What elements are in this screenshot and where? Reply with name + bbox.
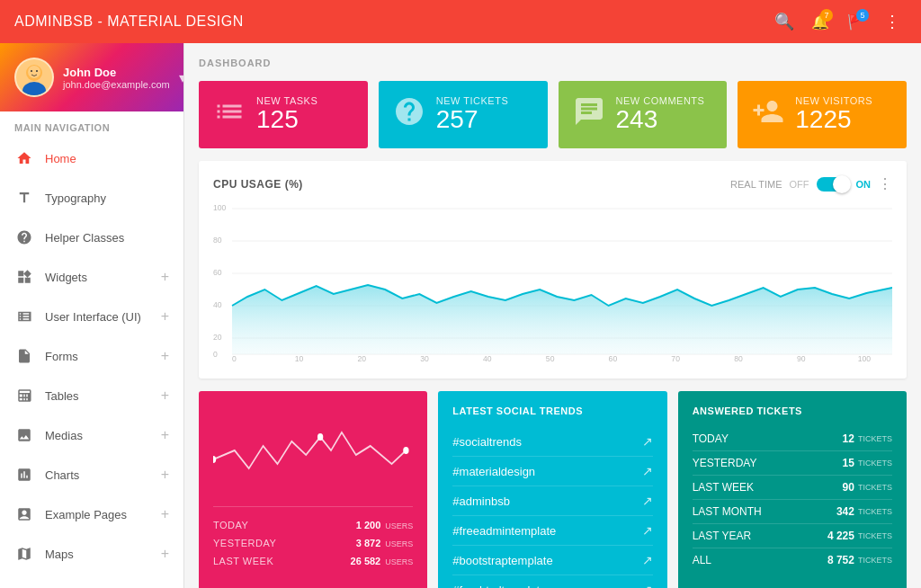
search-button[interactable]: 🔍 (770, 7, 799, 36)
social-tag-1: #materialdesign (452, 465, 641, 478)
svg-point-4 (36, 70, 38, 72)
dashboard-title: DASHBOARD (199, 58, 907, 68)
home-label: Home (45, 152, 169, 165)
answered-tickets-card: ANSWERED TICKETS TODAY 12 TICKETS YESTER… (678, 391, 907, 588)
tables-expand-icon[interactable]: + (161, 388, 169, 404)
social-item-2[interactable]: #adminbsb ↗ (452, 486, 652, 516)
toggle-knob (833, 175, 851, 193)
chart-more-button[interactable]: ⋮ (878, 175, 892, 192)
svg-point-29 (213, 456, 216, 463)
social-item-5[interactable]: #freehtmltemplate ↗ (452, 575, 652, 588)
sidebar-item-widgets[interactable]: Widgets + (0, 257, 183, 297)
ticket-value-2: 90 (843, 481, 854, 494)
sidebar-item-home[interactable]: Home (0, 138, 183, 178)
flag-badge: 5 (856, 9, 869, 22)
nav-section-title: MAIN NAVIGATION (0, 111, 183, 138)
stat-cards-grid: NEW TASKS 125 NEW TICKETS 257 (199, 81, 907, 148)
ticket-unit-2: TICKETS (858, 483, 892, 492)
sidebar-item-forms[interactable]: Forms + (0, 336, 183, 376)
svg-point-30 (317, 433, 323, 441)
ticket-label-2: LAST WEEK (693, 481, 843, 494)
svg-point-31 (403, 447, 408, 454)
forms-label: Forms (45, 350, 161, 363)
typography-label: Typography (45, 192, 169, 205)
widgets-expand-icon[interactable]: + (161, 269, 169, 285)
cpu-chart-card: CPU USAGE (%) REAL TIME OFF ON ⋮ 100 80 … (199, 161, 907, 379)
visitors-lastweek-unit: USERS (385, 557, 413, 566)
tickets-label: NEW TICKETS (436, 95, 533, 106)
widgets-label: Widgets (45, 271, 161, 284)
tickets-icon (393, 95, 425, 134)
maps-icon (14, 544, 34, 564)
svg-point-3 (31, 70, 32, 72)
ticket-row-0: TODAY 12 TICKETS (693, 427, 892, 451)
realtime-label: REAL TIME (730, 179, 782, 190)
helper-label: Helper Classes (45, 231, 169, 245)
social-tag-5: #freehtmltemplate (452, 584, 641, 589)
medias-expand-icon[interactable]: + (161, 427, 169, 443)
stat-info-visitors: NEW VISITORS 1225 (795, 95, 892, 134)
sidebar-item-example[interactable]: Example Pages + (0, 494, 183, 534)
sidebar-item-charts[interactable]: Charts + (0, 455, 183, 494)
trend-up-icon-3: ↗ (642, 523, 653, 538)
svg-text:50: 50 (546, 354, 555, 361)
chart-controls: REAL TIME OFF ON ⋮ (730, 175, 892, 192)
stat-card-comments: NEW COMMENTS 243 (559, 81, 728, 148)
sidebar: John Doe john.doe@example.com ▾ MAIN NAV… (0, 43, 184, 588)
ticket-row-5: ALL 8 752 TICKETS (693, 548, 892, 572)
visitors-chart-area (213, 405, 413, 495)
svg-marker-28 (232, 285, 892, 354)
visitors-icon (752, 95, 784, 134)
tasks-label: NEW TASKS (256, 95, 353, 106)
notifications-badge: 7 (820, 9, 833, 22)
stat-info-comments: NEW COMMENTS 243 (616, 95, 713, 134)
sidebar-item-tables[interactable]: Tables + (0, 376, 183, 415)
realtime-toggle[interactable] (817, 177, 849, 192)
ui-expand-icon[interactable]: + (161, 308, 169, 325)
visitors-stats: TODAY 1 200 USERS YESTERDAY 3 872 USERS (213, 506, 413, 570)
ticket-value-5: 8 752 (827, 554, 854, 566)
forms-icon (14, 346, 34, 366)
sidebar-item-helper[interactable]: Helper Classes (0, 218, 183, 257)
svg-text:90: 90 (797, 354, 806, 361)
stat-card-visitors: NEW VISITORS 1225 (738, 81, 907, 148)
charts-expand-icon[interactable]: + (161, 467, 169, 483)
main-layout: John Doe john.doe@example.com ▾ MAIN NAV… (0, 43, 921, 588)
visitors-lastweek-label: LAST WEEK (213, 556, 273, 566)
notifications-button[interactable]: 🔔 7 (806, 7, 835, 36)
helper-icon (14, 227, 34, 247)
ticket-label-5: ALL (693, 554, 827, 566)
sidebar-item-medias[interactable]: Medias + (0, 415, 183, 455)
social-item-4[interactable]: #bootstraptemplate ↗ (452, 546, 652, 575)
multilevel-icon (14, 584, 34, 588)
svg-text:20: 20 (213, 333, 222, 342)
more-menu-button[interactable]: ⋮ (878, 7, 907, 36)
social-tag-0: #socialtrends (452, 435, 641, 449)
visitors-yesterday-row: YESTERDAY 3 872 USERS (213, 534, 413, 552)
social-item-0[interactable]: #socialtrends ↗ (452, 427, 652, 457)
stat-card-tickets: NEW TICKETS 257 (379, 81, 548, 148)
example-expand-icon[interactable]: + (161, 506, 169, 522)
social-tag-4: #bootstraptemplate (452, 554, 641, 567)
maps-expand-icon[interactable]: + (161, 546, 169, 562)
tables-label: Tables (45, 389, 161, 403)
typography-icon (14, 188, 34, 208)
visitors-label: NEW VISITORS (795, 95, 892, 106)
cpu-chart-svg: 100 80 60 40 20 0 0 10 20 30 40 50 (213, 200, 892, 361)
sidebar-item-maps[interactable]: Maps + (0, 534, 183, 574)
visitors-today-unit: USERS (385, 521, 413, 530)
forms-expand-icon[interactable]: + (161, 348, 169, 364)
sidebar-item-ui[interactable]: User Interface (UI) + (0, 297, 183, 336)
sidebar-item-typography[interactable]: Typography (0, 178, 183, 218)
off-label: OFF (790, 179, 809, 190)
social-item-1[interactable]: #materialdesign ↗ (452, 457, 652, 486)
ticket-row-1: YESTERDAY 15 TICKETS (693, 451, 892, 476)
svg-point-1 (22, 82, 46, 95)
flag-button[interactable]: 🚩 5 (842, 7, 871, 36)
sidebar-item-multilevel[interactable]: Multi Level Menu + (0, 574, 183, 588)
social-item-3[interactable]: #freeadmintemplate ↗ (452, 516, 652, 546)
visitors-value: 1225 (795, 106, 892, 134)
stat-info-tasks: NEW TASKS 125 (256, 95, 353, 134)
visitors-today-label: TODAY (213, 520, 248, 530)
social-tag-3: #freeadmintemplate (452, 524, 641, 538)
